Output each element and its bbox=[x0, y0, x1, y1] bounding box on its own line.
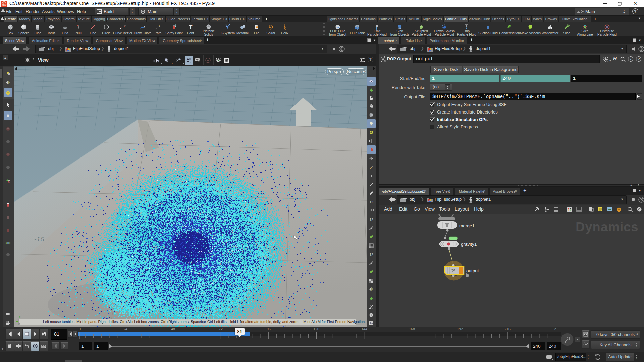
svg-text:gravity1: gravity1 bbox=[461, 242, 477, 247]
svg-text:12: 12 bbox=[369, 200, 373, 204]
svg-text:+: + bbox=[611, 209, 612, 212]
svg-text:Dynamics: Dynamics bbox=[576, 220, 639, 234]
svg-text:T: T bbox=[189, 24, 193, 30]
svg-text:12: 12 bbox=[369, 253, 373, 257]
svg-text:output: output bbox=[466, 268, 479, 273]
svg-text:merge1: merge1 bbox=[459, 223, 475, 228]
svg-text:-15: -15 bbox=[34, 236, 44, 243]
svg-text:12: 12 bbox=[369, 218, 373, 222]
